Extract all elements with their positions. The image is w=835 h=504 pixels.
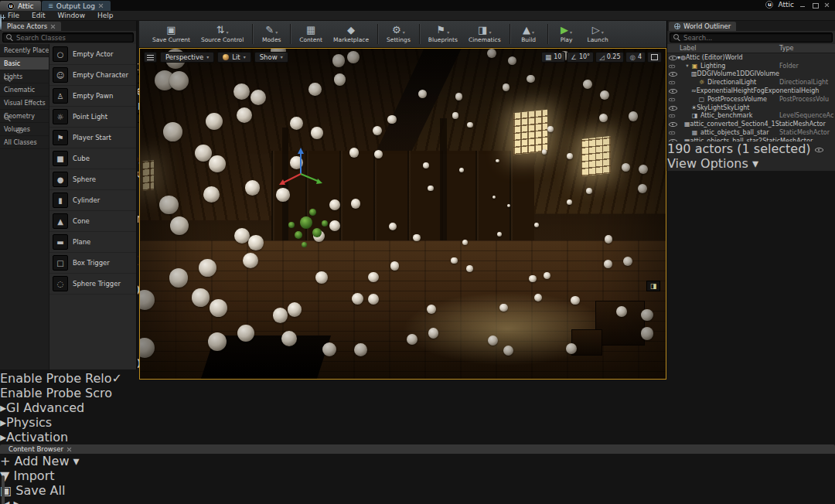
tab-attic[interactable]: u Attic — [0, 1, 41, 11]
close-icon[interactable] — [66, 447, 72, 452]
visibility-eye-icon[interactable] — [669, 97, 675, 102]
enable-probe-relo-checkbox[interactable]: ✓ — [112, 371, 122, 386]
tab-world-outliner[interactable]: World Outliner — [669, 22, 736, 31]
outliner-row-exponentialheightfog[interactable]: ≈ExponentialHeightFogExponentialHeigh — [667, 87, 835, 95]
category-volumes[interactable]: Volumes — [0, 123, 49, 136]
forward-arrow-icon[interactable]: ▶ — [13, 498, 22, 504]
toolbar-cinematics-button[interactable]: ◨▾Cinematics — [463, 21, 506, 47]
toolbar-settings-button[interactable]: ⚙▾Settings — [381, 21, 416, 47]
maximize-viewport-button[interactable] — [647, 52, 662, 63]
viewport-lit-button[interactable]: Lit▾ — [217, 52, 250, 63]
maximize-icon[interactable] — [811, 2, 819, 9]
minimize-icon[interactable] — [799, 2, 806, 9]
section-gi-advanced[interactable]: ▸GI Advanced — [0, 400, 835, 415]
place-item-sphere-trigger[interactable]: ◌Sphere Trigger — [49, 274, 136, 295]
outliner-row-attic-converted-section4-1[interactable]: ▦attic_converted_Section4_1StaticMeshAct… — [667, 120, 835, 128]
section-physics[interactable]: ▸Physics — [0, 415, 835, 430]
cinematic-preview-icon[interactable]: ◨ — [646, 281, 660, 291]
visibility-eye-icon[interactable] — [669, 121, 677, 128]
toolbar-modes-button[interactable]: ✎▾Modes — [256, 21, 287, 47]
place-item-label: Sphere — [73, 175, 96, 183]
import-button[interactable]: ▼ Import — [0, 468, 835, 483]
add-new-button[interactable]: + Add New ▾ — [0, 454, 835, 468]
visibility-eye-icon[interactable] — [669, 80, 675, 85]
section-activation[interactable]: ▸Activation — [0, 430, 835, 444]
viewport-perspective-button[interactable]: Perspective▾ — [160, 52, 214, 63]
category-cinematic[interactable]: Cinematic — [0, 83, 49, 97]
rotation-snap-control[interactable]: ∠10° — [567, 52, 594, 63]
category-all-classes[interactable]: All Classes — [0, 136, 49, 149]
outliner-row-skylight[interactable]: ☀SkyLightSkyLight — [667, 104, 835, 112]
place-item-plane[interactable]: ▬Plane — [49, 232, 136, 253]
category-recently-placed[interactable]: Recently Placed — [0, 44, 49, 57]
viewport-options-menu-icon[interactable] — [144, 52, 157, 63]
tab-output-log[interactable]: ☰ Output Log — [42, 1, 111, 11]
visibility-eye-icon[interactable] — [669, 114, 675, 119]
place-item-empty-pawn[interactable]: ♙Empty Pawn — [49, 86, 136, 107]
place-item-empty-character[interactable]: ☺Empty Character — [49, 65, 136, 86]
gi-probe-sphere — [616, 306, 627, 317]
category-basic[interactable]: Basic — [0, 57, 49, 70]
search-classes-input[interactable]: Search Classes — [2, 32, 134, 43]
toolbar-build-button[interactable]: ▲▾Build — [513, 21, 544, 47]
menu-edit[interactable]: Edit — [26, 11, 51, 21]
gi-probe-sphere — [599, 114, 608, 122]
outliner-row-attic-objects-ball-star[interactable]: ▦attic_objects_ball_starStaticMeshActor — [667, 128, 835, 137]
search-icon — [6, 34, 13, 41]
outliner-row-directionallight[interactable]: ☼DirectionalLightDirectionalLight — [667, 78, 835, 87]
toolbar-blueprints-button[interactable]: ⚑▾Blueprints — [423, 21, 463, 47]
visibility-eye-icon[interactable] — [669, 87, 677, 94]
outliner-row-attic-benchmark[interactable]: ◨Attic_benchmarkLevelSequenceAc — [667, 112, 835, 121]
outliner-search-input[interactable]: Search... — [670, 32, 833, 43]
column-label[interactable]: Label — [680, 45, 697, 52]
toolbar-save-current-button[interactable]: ▣Save Current — [147, 21, 196, 47]
visibility-eye-icon[interactable] — [669, 54, 677, 61]
visibility-eye-icon[interactable] — [669, 63, 675, 69]
scrollbar-thumb[interactable] — [2, 475, 5, 504]
gi-probe-sphere — [534, 294, 543, 302]
visibility-eye-icon[interactable] — [669, 70, 677, 77]
translate-gizmo[interactable] — [276, 148, 325, 197]
tab-place-actors[interactable]: Place Actors — [2, 22, 61, 31]
visibility-eye-icon[interactable] — [669, 138, 677, 141]
outliner-row-lighting[interactable]: ▾▣LightingFolder — [667, 62, 835, 70]
level-viewport[interactable]: Perspective▾Lit▾Show▾ ▦10∠10°◿0.25◎4 ◨ — [139, 48, 666, 380]
gi-probe-sphere — [492, 196, 496, 199]
outliner-column-header[interactable]: Label Type — [667, 44, 835, 53]
visibility-eye-icon[interactable] — [669, 130, 675, 135]
close-window-icon[interactable] — [823, 2, 831, 9]
toolbar-content-button[interactable]: ▦Content — [294, 21, 328, 47]
scale-snap-control[interactable]: ◿0.25 — [595, 52, 624, 63]
place-item-sphere[interactable]: ●Sphere — [49, 169, 136, 190]
gi-probe-sphere — [169, 268, 189, 288]
save-all-button[interactable]: ▣ Save All — [0, 483, 835, 498]
outliner-row-postprocessvolume[interactable]: ▢PostProcessVolumePostProcessVolu — [667, 95, 835, 104]
place-item-cylinder[interactable]: ▮Cylinder — [49, 190, 136, 211]
place-item-player-start[interactable]: ⚑Player Start — [49, 128, 136, 148]
place-item-cone[interactable]: ▲Cone — [49, 211, 136, 232]
viewport-show-button[interactable]: Show▾ — [254, 52, 288, 63]
menu-file[interactable]: File — [2, 11, 26, 21]
toolbar-marketplace-button[interactable]: ◆Marketplace — [328, 21, 374, 47]
camera-speed-control[interactable]: ◎4 — [625, 52, 646, 63]
expand-arrow-icon[interactable]: ▾ — [684, 63, 690, 69]
place-item-point-light[interactable]: ☼Point Light — [49, 107, 136, 128]
column-type[interactable]: Type — [779, 45, 835, 52]
tab-content-browser[interactable]: Content Browser — [0, 444, 835, 454]
outliner-type: StaticMeshActor — [779, 129, 835, 136]
place-item-empty-actor[interactable]: ○Empty Actor — [49, 44, 136, 65]
outliner-row-attic-editor[interactable]: ▾◍Attic (Editor)World — [667, 53, 835, 62]
category-visual-effects[interactable]: Visual Effects — [0, 97, 49, 110]
visibility-eye-icon[interactable] — [669, 104, 677, 111]
close-icon[interactable] — [98, 3, 104, 9]
toolbar-launch-button[interactable]: ▷▾Launch — [582, 21, 614, 47]
place-item-cube[interactable]: ■Cube — [49, 148, 136, 169]
toolbar-play-button[interactable]: ▶▾Play — [551, 21, 582, 47]
menu-help[interactable]: Help — [91, 11, 120, 21]
menu-window[interactable]: Window — [52, 11, 92, 21]
outliner-row-ddgivolume1[interactable]: ▥DDGIVolume1DDGIVolume — [667, 70, 835, 79]
toolbar-source-control-button[interactable]: ⇅▾Source Control — [196, 21, 249, 47]
close-icon[interactable] — [50, 24, 56, 29]
place-item-box-trigger[interactable]: □Box Trigger — [49, 253, 136, 274]
grid-snap-control[interactable]: ▦10 — [541, 52, 565, 63]
